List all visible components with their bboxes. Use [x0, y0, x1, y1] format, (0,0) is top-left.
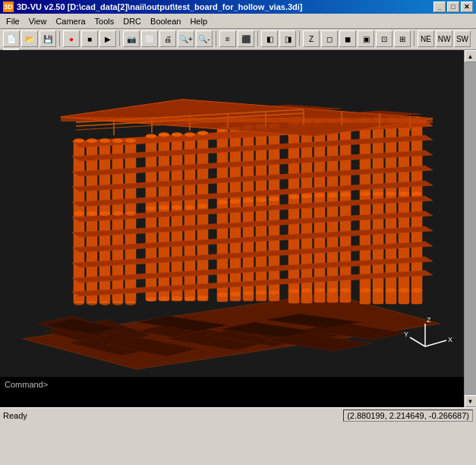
- svg-point-123: [314, 288, 325, 293]
- toolbar-button[interactable]: 📂: [21, 30, 38, 47]
- titlebar-buttons: _ □ ✕: [433, 2, 473, 12]
- svg-point-126: [360, 288, 370, 293]
- scroll-track[interactable]: [465, 62, 477, 395]
- svg-point-124: [327, 288, 338, 293]
- svg-rect-37: [314, 120, 325, 302]
- menu-item-camera[interactable]: Camera: [51, 15, 90, 27]
- svg-point-82: [87, 211, 97, 216]
- viewport-container: Z X Y Command >: [0, 50, 464, 407]
- svg-point-93: [243, 198, 254, 203]
- svg-point-106: [74, 301, 84, 305]
- svg-point-97: [301, 194, 312, 198]
- minimize-button[interactable]: _: [433, 2, 446, 12]
- toolbar-button[interactable]: ◨: [279, 30, 296, 47]
- toolbar-button[interactable]: ⬛: [238, 30, 254, 47]
- toolbar-button[interactable]: 📷: [123, 30, 140, 47]
- svg-rect-30: [217, 128, 228, 302]
- vertical-scrollbar[interactable]: ▲ ▼: [464, 50, 476, 407]
- svg-point-116: [217, 293, 228, 297]
- svg-point-119: [256, 290, 266, 295]
- command-cursor: >: [43, 380, 48, 389]
- toolbar-button[interactable]: 📄: [3, 30, 20, 47]
- svg-point-120: [269, 290, 279, 295]
- toolbar-label-z[interactable]: Z: [303, 30, 320, 47]
- svg-point-83: [99, 211, 110, 216]
- 3d-scene: Z X Y: [0, 50, 464, 377]
- scene-container[interactable]: Z X Y: [0, 50, 464, 377]
- svg-point-105: [411, 191, 422, 196]
- toolbar-button[interactable]: ▶: [99, 30, 116, 47]
- toolbar-label-ne[interactable]: NE: [418, 30, 434, 47]
- svg-point-118: [243, 291, 254, 296]
- toolbar-separator: [299, 31, 300, 46]
- toolbar-button[interactable]: 🖨: [159, 30, 176, 47]
- svg-point-63: [172, 132, 182, 137]
- toolbar-label-sw[interactable]: SW: [454, 30, 471, 47]
- svg-point-115: [197, 296, 208, 300]
- toolbar-separator: [257, 31, 258, 46]
- toolbar-button[interactable]: ▣: [358, 30, 374, 47]
- svg-point-100: [340, 192, 351, 197]
- svg-point-95: [269, 197, 279, 201]
- svg-point-94: [256, 198, 266, 202]
- toolbar-button[interactable]: ◧: [261, 30, 278, 47]
- toolbar-button[interactable]: ●: [63, 30, 80, 47]
- toolbar: 📄📂💾●■▶📷⬜🖨🔍+🔍-≡⬛◧◨Z◻◼▣⊡⊞NENWSWSE: [0, 29, 476, 50]
- svg-point-98: [314, 193, 325, 198]
- menu-item-boolean[interactable]: Boolean: [146, 15, 185, 27]
- close-button[interactable]: ✕: [461, 2, 473, 12]
- svg-point-104: [399, 191, 409, 196]
- svg-point-127: [373, 288, 383, 293]
- status-bar: Ready (2.880199, 2.214649, -0.266687): [0, 407, 476, 422]
- svg-text:X: X: [448, 336, 452, 343]
- toolbar-button[interactable]: ⊞: [394, 30, 411, 47]
- svg-point-62: [159, 132, 169, 137]
- svg-rect-33: [256, 125, 266, 301]
- svg-point-86: [146, 206, 156, 210]
- svg-rect-35: [288, 122, 299, 303]
- menu-item-help[interactable]: Help: [185, 15, 212, 27]
- svg-point-65: [197, 131, 208, 135]
- command-area[interactable]: Command >: [0, 377, 464, 407]
- menu-item-tools[interactable]: Tools: [90, 15, 119, 27]
- toolbar-button[interactable]: 🔍-: [196, 30, 213, 47]
- svg-point-64: [184, 132, 195, 137]
- toolbar-separator: [119, 31, 120, 46]
- toolbar-button[interactable]: 🔍+: [178, 30, 194, 47]
- svg-point-129: [399, 288, 409, 293]
- svg-point-57: [87, 138, 97, 143]
- toolbar-button[interactable]: 💾: [39, 30, 56, 47]
- svg-rect-34: [269, 125, 279, 301]
- toolbar-button[interactable]: ◻: [321, 30, 338, 47]
- svg-point-91: [217, 200, 228, 204]
- menu-bar: FileViewCameraToolsDRCBooleanHelp: [0, 14, 476, 29]
- toolbar-separator: [414, 31, 415, 46]
- toolbar-button[interactable]: ⊡: [376, 30, 392, 47]
- scroll-up-button[interactable]: ▲: [465, 50, 477, 62]
- toolbar-button[interactable]: ◼: [339, 30, 356, 47]
- toolbar-separator: [216, 31, 216, 46]
- toolbar-separator: [59, 31, 60, 46]
- svg-point-113: [172, 296, 182, 301]
- svg-point-87: [159, 205, 169, 210]
- svg-point-102: [373, 191, 383, 196]
- toolbar-button[interactable]: ≡: [219, 30, 236, 47]
- toolbar-button[interactable]: ⬜: [141, 30, 158, 47]
- toolbar-label-nw[interactable]: NW: [436, 30, 452, 47]
- svg-point-125: [340, 288, 351, 293]
- svg-text:Y: Y: [404, 331, 408, 338]
- svg-point-108: [99, 301, 110, 305]
- menu-item-drc[interactable]: DRC: [118, 15, 146, 27]
- svg-point-111: [146, 297, 156, 302]
- svg-rect-38: [327, 120, 338, 302]
- svg-point-58: [99, 138, 110, 143]
- maximize-button[interactable]: □: [447, 2, 459, 12]
- scroll-down-button[interactable]: ▼: [465, 395, 477, 407]
- svg-point-96: [288, 195, 299, 199]
- toolbar-button[interactable]: ■: [81, 30, 98, 47]
- menu-item-file[interactable]: File: [2, 15, 24, 27]
- svg-point-59: [112, 138, 123, 143]
- menu-item-view[interactable]: View: [24, 15, 52, 27]
- svg-point-109: [112, 301, 123, 305]
- svg-point-85: [125, 211, 136, 216]
